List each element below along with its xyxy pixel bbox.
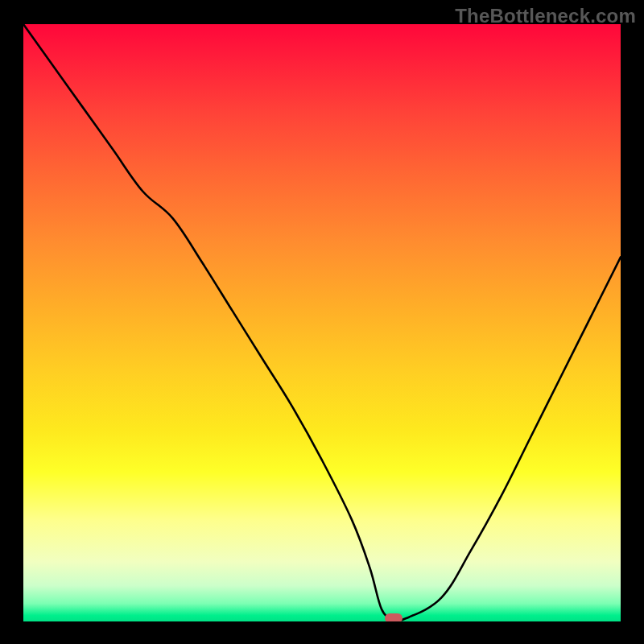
watermark-label: TheBottleneck.com: [455, 5, 636, 27]
chart-frame: TheBottleneck.com: [0, 0, 644, 644]
optimal-point-marker: [385, 613, 402, 621]
plot-area: [23, 24, 621, 621]
bottleneck-curve: [23, 24, 621, 621]
curve-svg: [23, 24, 621, 621]
